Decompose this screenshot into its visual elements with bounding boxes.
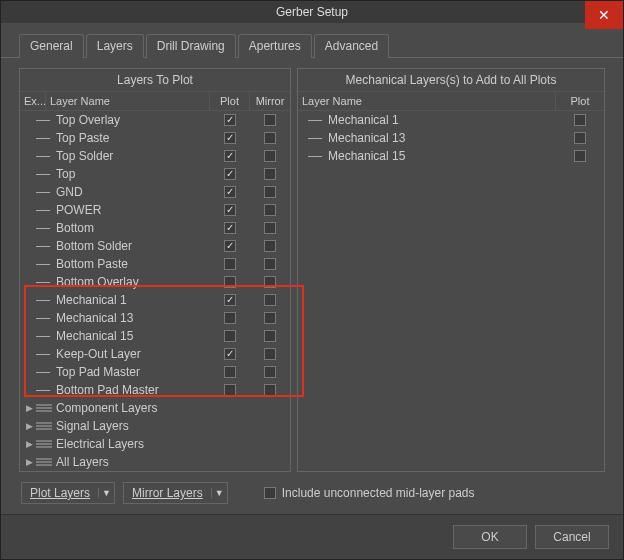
layer-group-name: Component Layers [56, 401, 210, 415]
plot-checkbox[interactable] [224, 312, 236, 324]
plot-checkbox[interactable] [224, 240, 236, 252]
layer-name: GND [56, 185, 210, 199]
mech-layer-row[interactable]: Mechanical 13 [298, 129, 604, 147]
mech-layer-row[interactable]: Mechanical 1 [298, 111, 604, 129]
plot-checkbox[interactable] [224, 168, 236, 180]
mech-layer-name: Mechanical 1 [328, 113, 556, 127]
plot-checkbox[interactable] [224, 204, 236, 216]
mirror-checkbox[interactable] [264, 204, 276, 216]
layer-icon [308, 138, 328, 139]
include-mid-checkbox[interactable] [264, 487, 276, 499]
layer-row[interactable]: GND [20, 183, 290, 201]
plot-layers-dropdown[interactable]: Plot Layers ▼ [21, 482, 115, 504]
expand-icon[interactable]: ▶ [26, 421, 36, 431]
header-layer-name-right[interactable]: Layer Name [298, 92, 556, 110]
layer-row[interactable]: Bottom [20, 219, 290, 237]
plot-checkbox[interactable] [224, 132, 236, 144]
plot-checkbox[interactable] [224, 276, 236, 288]
plot-checkbox[interactable] [224, 384, 236, 396]
plot-checkbox[interactable] [224, 348, 236, 360]
mirror-checkbox[interactable] [264, 258, 276, 270]
mech-layer-row[interactable]: Mechanical 15 [298, 147, 604, 165]
layer-icon [36, 336, 56, 337]
plot-checkbox[interactable] [224, 186, 236, 198]
mirror-layers-dropdown[interactable]: Mirror Layers ▼ [123, 482, 228, 504]
mirror-checkbox[interactable] [264, 222, 276, 234]
layer-row[interactable]: POWER [20, 201, 290, 219]
layer-row[interactable]: Bottom Paste [20, 255, 290, 273]
mirror-checkbox[interactable] [264, 168, 276, 180]
layer-group-row[interactable]: ▶Component Layers [20, 399, 290, 417]
plot-checkbox[interactable] [224, 150, 236, 162]
expand-icon[interactable]: ▶ [26, 403, 36, 413]
layer-row[interactable]: Top Overlay [20, 111, 290, 129]
ok-button[interactable]: OK [453, 525, 527, 549]
plot-checkbox[interactable] [224, 366, 236, 378]
layer-row[interactable]: Mechanical 15 [20, 327, 290, 345]
layer-name: Mechanical 13 [56, 311, 210, 325]
plot-checkbox[interactable] [224, 114, 236, 126]
cancel-button[interactable]: Cancel [535, 525, 609, 549]
layer-row[interactable]: Top Paste [20, 129, 290, 147]
mirror-checkbox[interactable] [264, 132, 276, 144]
layer-row[interactable]: Bottom Overlay [20, 273, 290, 291]
layer-group-row[interactable]: ▶Electrical Layers [20, 435, 290, 453]
mirror-checkbox[interactable] [264, 150, 276, 162]
tab-advanced[interactable]: Advanced [314, 34, 389, 58]
mirror-checkbox[interactable] [264, 348, 276, 360]
tab-layers[interactable]: Layers [86, 34, 144, 58]
mirror-checkbox[interactable] [264, 240, 276, 252]
header-mirror[interactable]: Mirror [250, 92, 290, 110]
layer-row[interactable]: Mechanical 13 [20, 309, 290, 327]
plot-checkbox[interactable] [224, 222, 236, 234]
layer-group-row[interactable]: ▶Signal Layers [20, 417, 290, 435]
mech-plot-checkbox[interactable] [574, 132, 586, 144]
right-grid-header: Layer Name Plot [298, 92, 604, 111]
mirror-checkbox[interactable] [264, 294, 276, 306]
mech-plot-checkbox[interactable] [574, 114, 586, 126]
mirror-checkbox[interactable] [264, 366, 276, 378]
plot-checkbox[interactable] [224, 258, 236, 270]
header-extension[interactable]: Ex... [20, 92, 46, 110]
titlebar: Gerber Setup ✕ [1, 1, 623, 23]
chevron-down-icon: ▼ [98, 488, 114, 498]
mirror-checkbox[interactable] [264, 114, 276, 126]
include-mid-label: Include unconnected mid-layer pads [282, 486, 475, 500]
layer-row[interactable]: Bottom Solder [20, 237, 290, 255]
plot-checkbox[interactable] [224, 294, 236, 306]
layer-group-icon [36, 421, 56, 431]
left-panel-title: Layers To Plot [20, 69, 290, 92]
dialog-footer: OK Cancel [1, 514, 623, 559]
mech-plot-checkbox[interactable] [574, 150, 586, 162]
layer-row[interactable]: Top Pad Master [20, 363, 290, 381]
layer-row[interactable]: Top Solder [20, 147, 290, 165]
layer-row[interactable]: Top [20, 165, 290, 183]
mirror-checkbox[interactable] [264, 312, 276, 324]
expand-icon[interactable]: ▶ [26, 457, 36, 467]
layer-row[interactable]: Bottom Pad Master [20, 381, 290, 399]
tab-drill-drawing[interactable]: Drill Drawing [146, 34, 236, 58]
mirror-checkbox[interactable] [264, 186, 276, 198]
close-button[interactable]: ✕ [585, 1, 623, 29]
header-layer-name[interactable]: Layer Name [46, 92, 210, 110]
layer-name: Bottom Paste [56, 257, 210, 271]
gerber-setup-dialog: Gerber Setup ✕ GeneralLayersDrill Drawin… [0, 0, 624, 560]
tab-apertures[interactable]: Apertures [238, 34, 312, 58]
header-plot[interactable]: Plot [210, 92, 250, 110]
header-plot-right[interactable]: Plot [556, 92, 604, 110]
mirror-checkbox[interactable] [264, 276, 276, 288]
mirror-checkbox[interactable] [264, 330, 276, 342]
expand-icon[interactable]: ▶ [26, 439, 36, 449]
layer-group-row[interactable]: ▶All Layers [20, 453, 290, 471]
layer-name: Bottom [56, 221, 210, 235]
layer-icon [36, 120, 56, 121]
plot-checkbox[interactable] [224, 330, 236, 342]
right-grid-body: Mechanical 1Mechanical 13Mechanical 15 [298, 111, 604, 471]
right-panel-title: Mechanical Layers(s) to Add to All Plots [298, 69, 604, 92]
layer-icon [36, 318, 56, 319]
tab-general[interactable]: General [19, 34, 84, 58]
layer-row[interactable]: Mechanical 1 [20, 291, 290, 309]
content-area: Layers To Plot Ex... Layer Name Plot Mir… [1, 58, 623, 514]
mirror-checkbox[interactable] [264, 384, 276, 396]
layer-row[interactable]: Keep-Out Layer [20, 345, 290, 363]
